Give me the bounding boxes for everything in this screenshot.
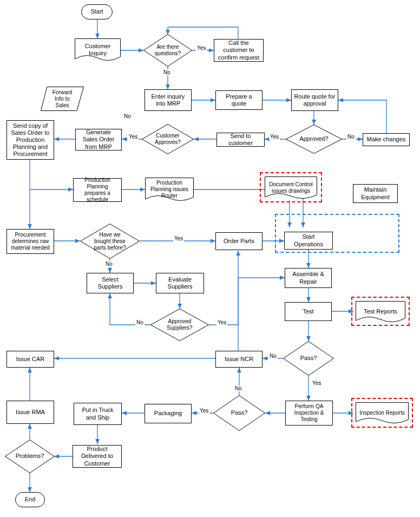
- no-label-1: No: [162, 69, 172, 75]
- approved-decision: Approved?: [286, 125, 342, 154]
- forward-info-parallelogram: Forward Info to Sales: [41, 87, 84, 111]
- issue-ncr-box: Issue NCR: [215, 351, 262, 368]
- start-ops-box: Start Operations: [284, 232, 333, 250]
- customer-inquiry-doc: Customer Inquiry: [75, 38, 121, 61]
- no-label-3: No: [123, 113, 132, 119]
- prod-schedule-box: Production Planning prepares a schedule: [73, 178, 122, 202]
- yes-label-3: Yes: [128, 134, 139, 140]
- no-label-6: No: [268, 353, 278, 359]
- approved-label: Approved?: [299, 135, 328, 142]
- select-suppliers-box: Select Suppliers: [87, 273, 134, 293]
- evaluate-suppliers-box: Evaluate Suppliers: [156, 273, 204, 293]
- yes-label-1: Yes: [196, 45, 207, 51]
- packaging-box: Packaging: [145, 404, 192, 423]
- call-customer-box: Call the customer to confirm request: [214, 39, 264, 62]
- end-label: End: [25, 496, 36, 503]
- yes-label-5: Yes: [216, 319, 227, 325]
- yes-label-4: Yes: [173, 235, 184, 241]
- problems-label: Problems?: [16, 453, 44, 460]
- order-parts-label: Order Parts: [224, 238, 254, 245]
- route-quote-box: Route quote for approval: [291, 89, 338, 111]
- start-label: Start: [90, 8, 103, 15]
- put-truck-box: Put in Truck and Ship: [74, 403, 122, 425]
- procurement-box: Procurement determines raw material need…: [6, 229, 54, 254]
- yes-label-2: Yes: [269, 134, 280, 140]
- questions-decision: Are there questions?: [143, 34, 192, 67]
- bought-before-decision: Have we bought these parts before?: [80, 224, 140, 259]
- inspection-reports-label: Inspection Reports: [359, 410, 404, 416]
- prepare-quote-box: Prepare a quote: [215, 90, 262, 110]
- test-reports-doc: Test Reports: [356, 301, 405, 323]
- procurement-label: Procurement determines raw material need…: [9, 232, 51, 251]
- customer-inquiry-label: Customer Inquiry: [77, 43, 119, 57]
- put-truck-label: Put in Truck and Ship: [76, 407, 119, 421]
- approved-suppliers-label: Approved Suppliers?: [163, 318, 196, 331]
- enter-mrp-label: Enter inquiry into MRP: [147, 93, 189, 107]
- evaluate-suppliers-label: Evaluate Suppliers: [159, 276, 201, 290]
- no-label-2: No: [346, 134, 356, 140]
- yes-label-6: Yes: [311, 380, 322, 386]
- pass1-label: Pass?: [300, 355, 317, 362]
- test-label: Test: [303, 308, 313, 315]
- perform-qa-label: Perform QA Inspection & Testing: [288, 403, 330, 423]
- delivered-label: Product Delivered to Customer: [75, 446, 119, 467]
- doc-control-label: Document Control issues drawings: [267, 181, 315, 194]
- flowchart-connectors: [0, 0, 420, 517]
- customer-approves-decision: Customer Approves?: [142, 124, 194, 154]
- maintain-equip-box: Maintain Equipment: [353, 184, 398, 203]
- problems-decision: Problems?: [5, 440, 55, 473]
- bought-before-label: Have we bought these parts before?: [91, 232, 129, 251]
- call-customer-label: Call the customer to confirm request: [216, 40, 261, 61]
- start-terminator: Start: [81, 4, 113, 19]
- prod-router-doc: Production Planning issues Router: [145, 178, 194, 201]
- select-suppliers-label: Select Suppliers: [89, 276, 131, 290]
- assemble-repair-box: Assemble & Repair: [285, 268, 332, 288]
- packaging-label: Packaging: [154, 410, 182, 417]
- make-changes-box: Make changes: [363, 133, 410, 146]
- send-copy-box: Send copy of Sales Order to Production P…: [6, 120, 54, 160]
- make-changes-label: Make changes: [367, 136, 406, 143]
- forward-info-label: Forward Info to Sales: [49, 89, 76, 109]
- pass2-decision: Pass?: [213, 395, 265, 431]
- issue-ncr-label: Issue NCR: [225, 356, 253, 363]
- generate-so-box: Generate Sales Order from MRP: [75, 129, 122, 150]
- prod-schedule-label: Production Planning prepares a schedule: [76, 177, 119, 203]
- enter-mrp-box: Enter inquiry into MRP: [145, 89, 192, 111]
- delivered-box: Product Delivered to Customer: [73, 445, 122, 468]
- perform-qa-box: Perform QA Inspection & Testing: [285, 401, 333, 426]
- prod-router-label: Production Planning issues Router: [147, 180, 192, 199]
- test-box: Test: [285, 302, 332, 321]
- doc-control-doc: Document Control issues drawings: [265, 176, 317, 199]
- inspection-reports-doc: Inspection Reports: [356, 402, 409, 424]
- issue-car-label: Issue CAR: [16, 356, 45, 363]
- send-customer-box: Send to customer: [216, 133, 265, 147]
- send-copy-label: Send copy of Sales Order to Production P…: [9, 122, 51, 158]
- no-label-7: No: [234, 385, 243, 391]
- prepare-quote-label: Prepare a quote: [218, 93, 260, 107]
- no-label-4: No: [104, 261, 114, 267]
- order-parts-box: Order Parts: [215, 232, 262, 250]
- end-terminator: End: [15, 492, 45, 507]
- customer-approves-label: Customer Approves?: [153, 133, 183, 146]
- issue-rma-label: Issue RMA: [16, 409, 45, 416]
- maintain-equip-label: Maintain Equipment: [356, 186, 395, 200]
- issue-car-box: Issue CAR: [6, 351, 54, 368]
- questions-label: Are there questions?: [152, 44, 184, 57]
- approved-suppliers-decision: Approved Suppliers?: [150, 309, 209, 341]
- no-label-5: No: [135, 319, 145, 325]
- start-ops-label: Start Operations: [287, 233, 330, 247]
- issue-rma-box: Issue RMA: [6, 401, 54, 424]
- pass1-decision: Pass?: [283, 341, 334, 376]
- pass2-label: Pass?: [231, 409, 248, 416]
- assemble-repair-label: Assemble & Repair: [287, 271, 329, 285]
- send-customer-label: Send to customer: [219, 133, 262, 147]
- yes-label-7: Yes: [199, 408, 209, 414]
- test-reports-label: Test Reports: [364, 308, 397, 315]
- route-quote-label: Route quote for approval: [294, 93, 336, 107]
- generate-so-label: Generate Sales Order from MRP: [78, 129, 119, 150]
